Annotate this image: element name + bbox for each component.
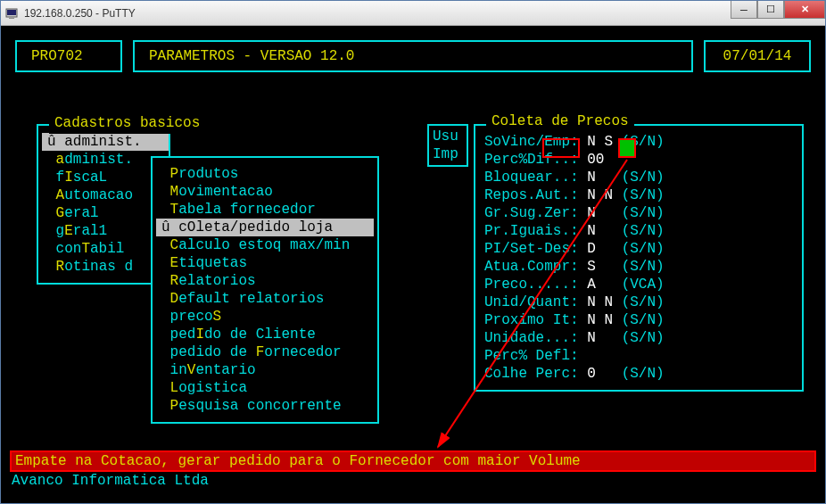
panel-coleta: Coleta de Precos SoVinc/Emp: N S (S/N) P… <box>474 124 804 392</box>
submenu-coleta-pedido[interactable]: û cOleta/pedido loja <box>156 219 374 236</box>
submenu-movimentacao[interactable]: Movimentacao <box>156 183 374 201</box>
submenu-tabela-forn[interactable]: Tabela fornecedor <box>156 201 374 219</box>
submenu-inventario[interactable]: inVentario <box>156 361 374 379</box>
submenu-produtos[interactable]: Produtos <box>156 165 374 183</box>
submenu-pedido-cliente[interactable]: pedIdo de Cliente <box>156 326 374 343</box>
row-atuacompr: Atua.Compr: S (S/N) <box>484 258 793 276</box>
menu1-item-administ2[interactable]: administ. <box>42 151 169 169</box>
row-unidquant: Unid/Quant: N N (S/N) <box>484 293 793 311</box>
app-window: 192.168.0.250 - PuTTY ─ ☐ ✕ PRO702 PARAM… <box>0 0 826 504</box>
row-grsugzer: Gr.Sug.Zer: N (S/N) <box>484 204 793 222</box>
row-proximoit: Proximo It: N N (S/N) <box>484 311 793 329</box>
menu1-item-contabil[interactable]: conTabil <box>42 240 169 258</box>
terminal[interactable]: PRO702 PARAMETROS - VERSAO 12.0 07/01/14… <box>1 26 825 503</box>
usu-imp-box: Usu Imp <box>427 124 468 167</box>
panel-title: Coleta de Precos <box>486 112 634 130</box>
row-pisetdes: PI/Set-Des: D (S/N) <box>484 240 793 258</box>
message-text: Empate na Cotacao, gerar pedido para o F… <box>15 452 581 470</box>
header-row: PRO702 PARAMETROS - VERSAO 12.0 07/01/14 <box>15 40 811 72</box>
menu-cadastros-title: Cadastros basicos <box>49 112 205 134</box>
annotation-s-highlight <box>618 138 636 158</box>
row-reposaut: Repos.Aut.: N N (S/N) <box>484 186 793 204</box>
footer-text: Avanco Informatica Ltda <box>12 472 209 490</box>
titlebar[interactable]: 192.168.0.250 - PuTTY ─ ☐ ✕ <box>1 1 825 26</box>
menu1-item-rotinas[interactable]: Rotinas d <box>42 258 169 276</box>
message-bar: Empate na Cotacao, gerar pedido para o F… <box>10 450 816 472</box>
menu1-item-automacao[interactable]: Automacao <box>42 186 169 204</box>
submenu: Produtos Movimentacao Tabela fornecedor … <box>151 156 379 424</box>
row-preco: Preco.....: A (VCA) <box>484 276 793 293</box>
menu1-item-fiscal[interactable]: fIscaL <box>42 169 169 186</box>
menu1-item-administ[interactable]: û administ. <box>42 133 169 151</box>
window-controls: ─ ☐ ✕ <box>731 1 825 19</box>
imp-label: Imp <box>433 145 463 163</box>
header-date: 07/01/14 <box>704 40 811 72</box>
close-button[interactable]: ✕ <box>784 1 825 19</box>
putty-icon <box>4 6 19 21</box>
submenu-pedido-forn[interactable]: pedido de Fornecedor <box>156 343 374 361</box>
submenu-default-rel[interactable]: Default relatorios <box>156 290 374 308</box>
row-bloquear: Bloquear..: N (S/N) <box>484 169 793 186</box>
submenu-pesquisa[interactable]: Pesquisa concorrente <box>156 397 374 415</box>
submenu-precos[interactable]: precoS <box>156 308 374 326</box>
row-sovinc: SoVinc/Emp: N S (S/N) <box>484 133 793 151</box>
menu1-item-geral[interactable]: Geral <box>42 204 169 222</box>
row-priguais: Pr.Iguais.: N (S/N) <box>484 222 793 240</box>
row-unidade: Unidade...: N (S/N) <box>484 329 793 347</box>
submenu-calculo[interactable]: Calculo estoq max/min <box>156 236 374 254</box>
submenu-logistica[interactable]: Logistica <box>156 379 374 397</box>
annotation-emp-highlight <box>542 138 580 158</box>
svg-rect-1 <box>7 10 16 15</box>
row-percdif: Perc%Dif..: 00 <box>484 151 793 169</box>
menu1-item-geral1[interactable]: gEral1 <box>42 222 169 240</box>
header-code: PRO702 <box>15 40 122 72</box>
window-title: 192.168.0.250 - PuTTY <box>24 7 136 20</box>
header-params: PARAMETROS - VERSAO 12.0 <box>133 40 693 72</box>
row-percdefl: Perc% Defl: <box>484 347 793 365</box>
submenu-relatorios[interactable]: Relatorios <box>156 272 374 290</box>
row-colheperc: Colhe Perc: 0 (S/N) <box>484 365 793 383</box>
maximize-button[interactable]: ☐ <box>757 1 784 19</box>
usu-label: Usu <box>433 128 463 145</box>
submenu-etiquetas[interactable]: Etiquetas <box>156 254 374 272</box>
svg-rect-2 <box>9 18 14 19</box>
minimize-button[interactable]: ─ <box>731 1 757 19</box>
panel-box: SoVinc/Emp: N S (S/N) Perc%Dif..: 00 Blo… <box>474 124 804 392</box>
